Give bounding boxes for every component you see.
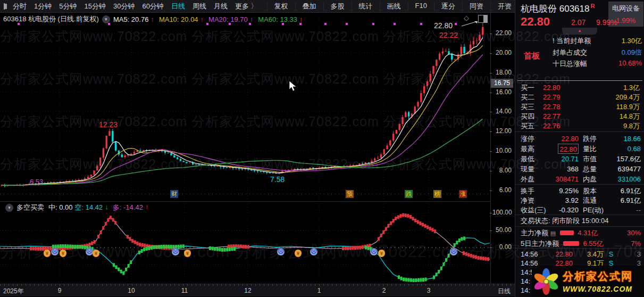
- tab-分时[interactable]: 分时: [13, 2, 27, 11]
- tab-周线[interactable]: 周线: [193, 2, 206, 11]
- money-bag-icon: ¥: [184, 250, 191, 257]
- indicator-label: 多: -14.42: [113, 203, 143, 212]
- price-tick: 12.00: [492, 127, 512, 135]
- tool-叠加[interactable]: 叠加: [295, 2, 323, 11]
- main-flow5-row: 5日主力净额 6.55亿 7%: [521, 238, 641, 249]
- event-tag-涨[interactable]: 涨: [459, 190, 467, 198]
- tick-row: 14:5622.803.4万S3: [521, 250, 641, 259]
- tool-统计[interactable]: 统计: [352, 2, 380, 11]
- trade-status: 交易状态: 闭市阶段 15:00:04: [521, 216, 608, 226]
- tool-多股[interactable]: 多股: [323, 2, 352, 11]
- diamond-icon[interactable]: ◇: [464, 14, 469, 22]
- bid-row-3[interactable]: 买三22.78118.9万: [521, 102, 640, 112]
- trend-arrow: ↑: [200, 15, 204, 23]
- x-axis-month: 3: [427, 287, 431, 294]
- list-icon[interactable]: ▤: [550, 230, 556, 236]
- bid-row-4[interactable]: 买四22.7714.8万: [521, 112, 640, 121]
- indicator-tick: 0.00: [492, 243, 512, 251]
- annotation-top: 22.80: [434, 21, 453, 30]
- x-axis-year: 2025年: [3, 287, 24, 296]
- x-axis-month: 2: [382, 287, 386, 294]
- money-bag-icon: ¥: [44, 250, 51, 257]
- divider: [515, 214, 644, 215]
- layout-icon[interactable]: [4, 3, 5, 10]
- event-tag-财[interactable]: 财: [170, 190, 178, 198]
- tool-F10[interactable]: F10: [408, 2, 434, 11]
- stat-row: 收益(三)-0.320PE(动)--: [521, 205, 641, 215]
- indicator-label: 空: 14.42: [75, 203, 103, 212]
- indicator-label: 中: 0.00: [48, 203, 73, 212]
- indicator-title-bar: ▾ 多空买卖 中: 0.00空: 14.42↓多: -14.42↑: [2, 203, 153, 212]
- trend-arrow: ↑: [250, 15, 254, 23]
- stock-name[interactable]: 杭电股份 603618R: [521, 3, 595, 15]
- tab-日线[interactable]: 日线: [171, 2, 185, 11]
- divider: [515, 131, 644, 132]
- logo-site-url: WWW.70822.COM: [563, 285, 633, 293]
- x-axis-month: 1: [317, 287, 321, 294]
- tool-逐分[interactable]: 逐分: [434, 2, 462, 11]
- info-row: ! 当前封单额1.30亿: [553, 36, 642, 46]
- split-window-icon[interactable]: [478, 15, 488, 23]
- tab-15分钟[interactable]: 15分钟: [84, 2, 105, 11]
- bid-row-1[interactable]: 买一22.801.3亿: [521, 83, 640, 93]
- stat-row: 换手9.25%股本6.91亿: [521, 186, 641, 196]
- cursor-price-label: 16.75: [491, 79, 513, 88]
- tool-开资[interactable]: 开资: [490, 2, 518, 11]
- chart-title-bar: 603618 杭电股份 (日线.前复权) ▾ MA5: 20.76↑MA10: …: [3, 14, 308, 24]
- sad-face-icon: ☹: [310, 248, 317, 255]
- money-bag-icon: ¥: [378, 250, 385, 257]
- price-tick: 18.00: [492, 69, 512, 76]
- info-row: 封单占成交0.09倍: [553, 48, 642, 57]
- event-tag-榜[interactable]: 榜: [433, 190, 441, 198]
- x-axis-month: 12: [244, 287, 251, 294]
- main-flow-row: 主力净额 ▤ 4.31亿 30%: [521, 228, 641, 238]
- sad-face-icon: ☹: [51, 248, 58, 255]
- x-axis-month: 11: [181, 287, 188, 294]
- tab-1分钟[interactable]: 1分钟: [34, 2, 52, 11]
- event-baseline: [0, 194, 489, 194]
- price-tick: 10.00: [492, 147, 512, 154]
- collapse-main-icon[interactable]: ▾: [102, 15, 110, 23]
- x-axis-month: 9: [58, 287, 62, 294]
- divider: [515, 184, 644, 185]
- indicator-values: 中: 0.00空: 14.42↓多: -14.42↑: [48, 203, 153, 212]
- tab-更多 〉[interactable]: 更多 〉: [235, 2, 258, 11]
- ma-label: MA5: 20.76: [113, 15, 149, 23]
- tool-复权[interactable]: 复权: [267, 2, 295, 11]
- annotation-peak: 12.23: [99, 120, 118, 129]
- site-logo[interactable]: 分析家公式网 WWW.70822.COM: [532, 266, 644, 297]
- tab-月线[interactable]: 月线: [214, 2, 228, 11]
- sad-face-icon: ☹: [450, 248, 457, 255]
- stat-row: 外盘308471内盘331006: [521, 174, 641, 184]
- tab-5分钟[interactable]: 5分钟: [59, 2, 77, 11]
- board-tag: 首板: [524, 51, 540, 61]
- tool-画线[interactable]: 画线: [380, 2, 408, 11]
- bid-row-5[interactable]: 买五22.769.8万: [521, 121, 640, 131]
- money-bag-icon: ¥: [295, 250, 302, 257]
- price-tick: 6.00: [492, 186, 512, 194]
- stat-row: 涨停22.80跌停18.66: [521, 134, 641, 144]
- price-tick: 14.00: [492, 108, 512, 115]
- collapse-sub-icon[interactable]: ▾: [5, 204, 13, 212]
- tab-60分钟[interactable]: 60分钟: [142, 2, 163, 11]
- sad-face-icon: ☹: [86, 248, 93, 255]
- x-axis-period: 日线: [498, 287, 511, 296]
- indicator-tick: 50.00: [492, 226, 512, 234]
- stat-row: 最高22.80量比0.68: [521, 144, 641, 154]
- candlestick-chart: [0, 12, 490, 201]
- last-price: 22.80: [521, 15, 550, 29]
- divider: [515, 248, 644, 249]
- x-axis: 2025年 9101112123 日线: [0, 284, 515, 296]
- main-chart-canvas[interactable]: [0, 12, 490, 201]
- event-tag-跌[interactable]: 跌: [405, 190, 413, 198]
- tool-同资[interactable]: 同资: [462, 2, 490, 11]
- stat-row: 现量368总量639477: [521, 164, 641, 174]
- bid-row-2[interactable]: 买二22.79209.4万: [521, 93, 640, 102]
- indicator-canvas[interactable]: [0, 201, 490, 284]
- x-axis-month: 10: [128, 287, 135, 294]
- annotation-start: 6.53: [30, 178, 43, 186]
- event-tag-预[interactable]: 预: [346, 190, 354, 198]
- tab-30分钟[interactable]: 30分钟: [113, 2, 135, 11]
- indicator-name: 多空买卖: [16, 203, 44, 212]
- panel-collapse-tab[interactable]: ▴: [562, 28, 597, 35]
